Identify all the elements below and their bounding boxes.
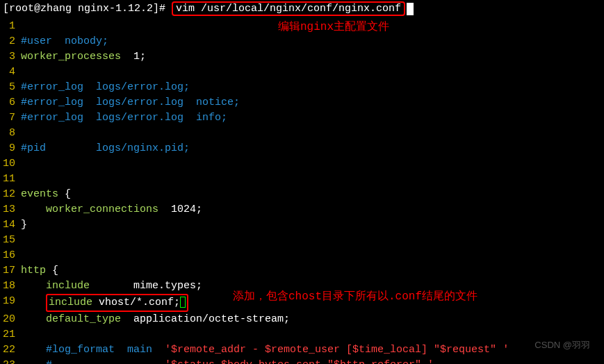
line-number: 6 [0,95,21,110]
watermark-text: CSDN @羽羽 [534,339,590,351]
code-line: 3worker_processes 1; [0,49,604,65]
line-number: 19 [0,294,21,312]
code-line: 14} [0,217,604,233]
code-line: 22 #log_format main '$remote_addr - $rem… [0,342,604,358]
terminal-window[interactable]: [root@zhang nginx-1.12.2]# vim /usr/loca… [0,0,604,364]
line-content: #error_log logs/error.log; [21,80,604,95]
code-line: 8 [0,126,604,141]
line-number: 2 [0,34,21,49]
code-line: 12events { [0,187,604,202]
line-content: #log_format main '$remote_addr - $remote… [21,342,604,358]
line-number: 22 [0,342,21,358]
line-content: http { [21,263,604,279]
line-number: 8 [0,126,21,141]
code-line: 2#user nobody; [0,34,604,49]
line-number: 15 [0,233,21,248]
line-content [21,172,604,187]
line-content: # '$status $body_bytes_sent "$http_refer… [21,358,604,364]
line-number: 10 [0,156,21,172]
line-number: 3 [0,49,21,65]
code-line: 5#error_log logs/error.log; [0,80,604,95]
line-number: 12 [0,187,21,202]
line-number: 4 [0,65,21,80]
line-content: #error_log logs/error.log info; [21,110,604,126]
annotation-edit-config: 编辑nginx主配置文件 [278,19,389,34]
shell-prompt: [root@zhang nginx-1.12.2]# [3,3,172,15]
line-content [21,327,604,342]
code-line: 20 default_type application/octet-stream… [0,312,604,327]
line-number: 23 [0,358,21,364]
line-content [21,248,604,263]
code-line: 23 # '$status $body_bytes_sent "$http_re… [0,358,604,364]
line-content: #pid logs/nginx.pid; [21,141,604,156]
line-number: 20 [0,312,21,327]
code-line: 17http { [0,263,604,279]
line-content: worker_connections 1024; [21,202,604,217]
line-number: 18 [0,279,21,294]
highlighted-include-line: include vhost/*.conf; [46,294,188,312]
line-content: worker_processes 1; [21,49,604,65]
line-number: 21 [0,327,21,342]
code-line: 15 [0,233,604,248]
line-content [21,156,604,172]
code-line: 4 [0,65,604,80]
line-content: default_type application/octet-stream; [21,312,604,327]
line-number: 14 [0,217,21,233]
code-line: 10 [0,156,604,172]
command-text-highlighted: vim /usr/local/nginx/conf/nginx.conf [172,1,405,16]
line-number: 11 [0,172,21,187]
code-line: 11 [0,172,604,187]
annotation-add-include: 添加，包含chost目录下所有以.conf结尾的文件 [233,289,478,304]
line-number: 9 [0,141,21,156]
line-content [21,126,604,141]
line-number: 5 [0,80,21,95]
shell-cursor [407,3,414,15]
line-number: 7 [0,110,21,126]
line-content [21,65,604,80]
line-number: 17 [0,263,21,279]
line-number: 13 [0,202,21,217]
code-line: 9#pid logs/nginx.pid; [0,141,604,156]
vim-editor-content[interactable]: 12#user nobody;3worker_processes 1;45#er… [0,19,604,364]
line-content: #error_log logs/error.log notice; [21,95,604,110]
line-content [21,233,604,248]
code-line: 6#error_log logs/error.log notice; [0,95,604,110]
line-content: #user nobody; [21,34,604,49]
code-line: 16 [0,248,604,263]
shell-prompt-line: [root@zhang nginx-1.12.2]# vim /usr/loca… [0,1,604,16]
line-content: } [21,217,604,233]
line-number: 1 [0,19,21,34]
line-content: events { [21,187,604,202]
vim-cursor [180,297,186,308]
code-line: 7#error_log logs/error.log info; [0,110,604,126]
code-line: 21 [0,327,604,342]
code-line: 13 worker_connections 1024; [0,202,604,217]
line-number: 16 [0,248,21,263]
